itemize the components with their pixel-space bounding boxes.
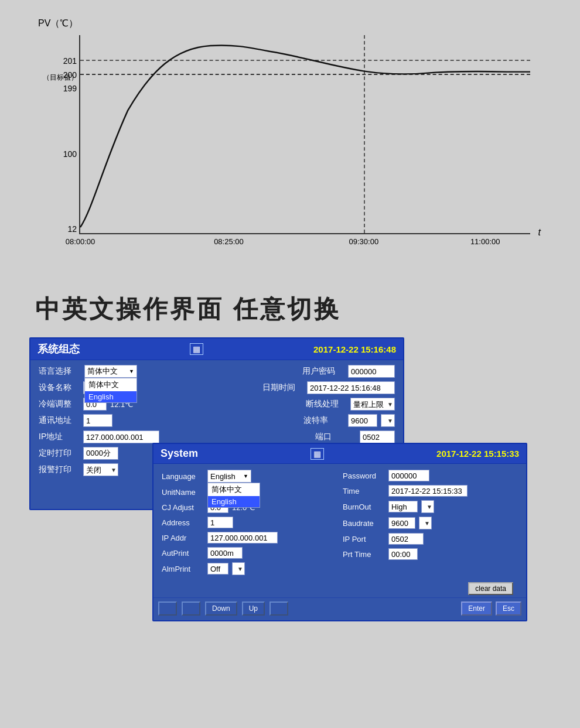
en-btn-empty3[interactable] — [269, 601, 288, 616]
cn-panel-datetime: 2017-12-22 15:16:48 — [313, 344, 396, 354]
cn-baudrate-select-wrapper[interactable]: ▼ — [381, 414, 395, 427]
en-right-col: Password Time BurnOut ▼ — [343, 470, 518, 575]
cn-alarmprint-select-wrapper[interactable]: 关闭 ▼ — [83, 463, 118, 476]
en-ipport-row: IP Port — [343, 533, 518, 545]
panels-section: 系统组态 ▦ 2017-12-22 15:16:48 语言选择 简体中文 ▼ 简… — [0, 337, 580, 618]
cn-panel-header: 系统组态 ▦ 2017-12-22 15:16:48 — [30, 339, 403, 360]
cn-datetime-input[interactable] — [307, 381, 395, 394]
en-baudrate-select-wrapper[interactable]: ▼ — [419, 517, 432, 529]
chart-section: PV（℃） 201 200 （目标值） 199 100 12 08:00:00 … — [0, 0, 580, 275]
en-baudrate-row: Baudrate ▼ — [343, 517, 518, 529]
en-almprint-row: AlmPrint ▼ — [162, 562, 337, 575]
en-language-arrow: ▼ — [243, 473, 248, 479]
cn-port-row: 端口 — [315, 430, 395, 443]
en-ip-label: IP Addr — [162, 534, 204, 542]
page-heading: 中英文操作界面 任意切换 — [35, 293, 545, 326]
en-baudrate-select[interactable] — [419, 517, 432, 529]
cn-row-1: 语言选择 简体中文 ▼ 简体中文 English 用户密码 — [39, 365, 395, 378]
en-burnout-select-wrapper[interactable]: ▼ — [421, 500, 434, 513]
cn-timerprint-row: 定时打印 — [39, 447, 118, 460]
en-btn-down[interactable]: Down — [205, 601, 237, 616]
en-btn-empty2[interactable] — [182, 601, 200, 616]
y-tick-199: 199 — [63, 84, 77, 93]
cn-password-label: 用户密码 — [302, 366, 343, 377]
en-footer-left: Down Up — [158, 601, 458, 616]
en-password-input[interactable] — [388, 470, 429, 481]
en-cleardata-btn[interactable]: clear data — [468, 582, 513, 595]
en-language-options: 简体中文 English — [207, 483, 260, 508]
chart-container: PV（℃） 201 200 （目标值） 199 100 12 08:00:00 … — [38, 18, 542, 264]
en-time-row: Time — [343, 485, 518, 497]
en-ipport-label: IP Port — [343, 535, 385, 544]
en-ip-input[interactable] — [207, 532, 278, 544]
en-baudrate-input[interactable] — [388, 517, 415, 529]
cn-breakline-row: 断线处理 量程上限 ▼ — [306, 398, 395, 411]
cn-cold-label: 冷端调整 — [39, 399, 80, 409]
en-ipport-input[interactable] — [388, 533, 424, 545]
cn-option-en[interactable]: English — [85, 391, 137, 402]
cn-baudrate-select[interactable] — [381, 414, 395, 427]
en-option-en[interactable]: English — [208, 496, 260, 507]
cn-baudrate-input[interactable] — [348, 414, 377, 427]
cn-option-cn[interactable]: 简体中文 — [85, 378, 137, 391]
cn-breakline-label: 断线处理 — [306, 399, 347, 409]
y-axis-label: PV（℃） — [38, 18, 78, 30]
en-unitname-label: UnitName — [162, 488, 204, 497]
cn-language-field[interactable]: 简体中文 ▼ — [84, 365, 137, 378]
cn-alarmprint-label: 报警打印 — [39, 464, 80, 475]
cn-ip-input[interactable] — [83, 430, 159, 443]
cn-row-5: IP地址 端口 — [39, 430, 395, 443]
cn-alarmprint-select[interactable]: 关闭 — [83, 463, 118, 476]
cn-language-arrow: ▼ — [129, 368, 134, 374]
en-autprint-input[interactable] — [207, 547, 243, 559]
en-panel-datetime: 2017-12-22 15:15:33 — [436, 449, 519, 459]
en-addr-input[interactable] — [207, 517, 233, 528]
en-baudrate-label: Baudrate — [343, 519, 385, 528]
cn-password-input[interactable] — [348, 365, 395, 378]
en-time-input[interactable] — [388, 485, 468, 497]
en-language-dropdown[interactable]: English ▼ 简体中文 English — [207, 470, 251, 483]
en-almprint-select[interactable] — [232, 562, 245, 575]
y-tick-100: 100 — [63, 149, 77, 159]
y-label-target: （目标值） — [43, 73, 78, 83]
en-option-cn[interactable]: 简体中文 — [208, 483, 260, 496]
cn-baudrate-row: 波特率 ▼ — [303, 414, 395, 427]
en-panel-icon: ▦ — [311, 448, 324, 460]
cn-language-dropdown[interactable]: 简体中文 ▼ 简体中文 English — [84, 365, 137, 378]
en-burnout-label: BurnOut — [343, 503, 385, 511]
en-almprint-select-wrapper[interactable]: ▼ — [232, 562, 245, 575]
en-panel: System ▦ 2017-12-22 15:15:33 Language En… — [152, 443, 527, 621]
y-tick-12: 12 — [67, 224, 77, 234]
cn-alarmprint-row: 报警打印 关闭 ▼ — [39, 463, 118, 476]
en-prttime-input[interactable] — [388, 548, 418, 560]
en-btn-up[interactable]: Up — [242, 601, 265, 616]
en-language-field[interactable]: English ▼ — [207, 470, 251, 483]
cn-language-row: 语言选择 简体中文 ▼ 简体中文 English — [39, 365, 137, 378]
cn-addr-input[interactable] — [83, 414, 112, 427]
cn-timerprint-input[interactable] — [83, 447, 118, 460]
en-cj-label: CJ Adjust — [162, 503, 204, 512]
en-almprint-input[interactable] — [207, 563, 228, 575]
en-cleardata-row: clear data — [153, 581, 526, 597]
en-password-label: Password — [343, 471, 385, 480]
en-btn-enter[interactable]: Enter — [461, 601, 492, 616]
cn-baudrate-label: 波特率 — [303, 415, 344, 426]
en-time-label: Time — [343, 487, 385, 495]
x-tick-0930: 09:30:00 — [349, 237, 379, 246]
en-burnout-row: BurnOut ▼ — [343, 500, 518, 513]
en-password-row: Password — [343, 470, 518, 481]
en-ip-row: IP Addr — [162, 532, 337, 544]
en-burnout-input[interactable] — [388, 501, 418, 512]
x-tick-0800: 08:00:00 — [66, 237, 95, 246]
cn-language-label: 语言选择 — [39, 366, 80, 377]
cn-datetime-row: 日期时间 — [262, 381, 395, 394]
en-btn-esc[interactable]: Esc — [496, 601, 521, 616]
cn-port-input[interactable] — [360, 430, 395, 443]
en-burnout-select[interactable] — [421, 500, 434, 513]
cn-breakline-select-wrapper[interactable]: 量程上限 ▼ — [350, 398, 395, 411]
en-almprint-label: AlmPrint — [162, 565, 204, 573]
cn-breakline-select[interactable]: 量程上限 — [350, 398, 395, 411]
en-language-row: Language English ▼ 简体中文 English — [162, 470, 337, 483]
en-btn-empty1[interactable] — [158, 601, 177, 616]
en-addr-row: Address — [162, 517, 337, 528]
